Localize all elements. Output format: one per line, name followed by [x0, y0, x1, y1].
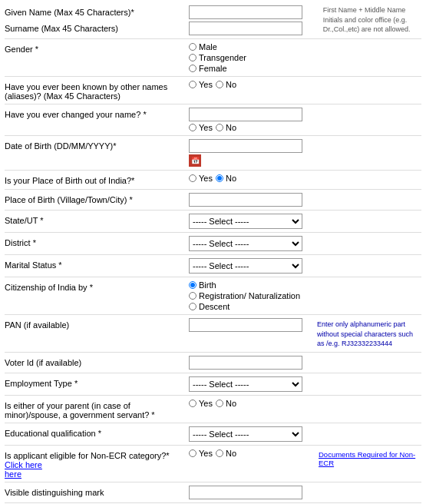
birth-out-yes-label: Yes — [199, 174, 213, 183]
state-row: State/UT * ----- Select ----- — [5, 211, 421, 231]
aliases-yes-row: Yes — [189, 80, 213, 89]
non-ecr-input-col: Yes No — [189, 449, 314, 458]
education-label: Educational qualification * — [5, 426, 189, 438]
gender-trans-label: Transgender — [199, 53, 246, 62]
docs-non-ecr-link[interactable]: Documents Required for Non-ECR — [319, 450, 415, 467]
birth-out-no-row: No — [216, 174, 236, 183]
voter-id-label: Voter Id (if available) — [5, 356, 189, 367]
marital-select[interactable]: ----- Select ----- — [189, 258, 302, 274]
birth-out-yes-radio[interactable] — [189, 174, 196, 182]
dob-input[interactable] — [189, 139, 302, 153]
parent-govt-no-row: No — [216, 399, 236, 408]
parent-govt-no-radio[interactable] — [216, 400, 223, 407]
surname-field-row: Surname (Max 45 Characters) — [5, 22, 320, 35]
aliases-row: Have you ever been known by other names … — [5, 78, 421, 103]
parent-govt-yes-label: Yes — [199, 399, 213, 408]
parent-govt-input-col: Yes No — [189, 399, 421, 408]
employment-select[interactable]: ----- Select ----- — [189, 376, 302, 392]
citizenship-birth-radio[interactable] — [189, 281, 196, 289]
name-changed-no-row: No — [216, 123, 236, 132]
citizenship-birth-label: Birth — [199, 280, 216, 290]
surname-label: Surname (Max 45 Characters) — [5, 24, 189, 33]
distinguish-input-col — [189, 486, 421, 499]
name-changed-label: Have you ever changed your name? * — [5, 108, 189, 119]
name-changed-yes-radio[interactable] — [189, 124, 196, 131]
aliases-yes-radio[interactable] — [189, 81, 196, 88]
name-changed-row: Have you ever changed your name? * Yes N… — [5, 105, 421, 134]
citizenship-row: Citizenship of India by * Birth Registra… — [5, 278, 421, 313]
citizenship-descent-row: Descent — [189, 302, 421, 311]
place-birth-input[interactable] — [189, 193, 302, 207]
employment-label: Employment Type * — [5, 376, 189, 388]
birth-out-no-radio[interactable] — [216, 174, 223, 182]
citizenship-descent-label: Descent — [199, 302, 230, 311]
form-container: Given Name (Max 45 Characters)* Surname … — [0, 0, 426, 504]
gender-female-label: Female — [199, 64, 227, 73]
pan-input-col — [189, 318, 314, 332]
voter-id-input-col — [189, 356, 314, 370]
pan-row: PAN (if available) Enter only alphanumer… — [5, 316, 421, 351]
gender-female-row: Female — [189, 64, 421, 73]
birth-out-no-label: No — [226, 174, 236, 183]
employment-row: Employment Type * ----- Select ----- — [5, 374, 421, 394]
aliases-no-radio[interactable] — [216, 81, 223, 88]
non-ecr-click-link[interactable]: Click here — [5, 460, 42, 469]
voter-id-row: Voter Id (if available) — [5, 353, 421, 372]
place-birth-out-input-col: Yes No — [189, 174, 421, 183]
pan-label: PAN (if available) — [5, 318, 189, 330]
non-ecr-row: Is applicant eligible for Non-ECR catego… — [5, 446, 421, 481]
gender-row: Gender * Male Transgender Female — [5, 40, 421, 75]
given-name-label: Given Name (Max 45 Characters)* — [5, 8, 189, 17]
non-ecr-no-radio[interactable] — [216, 449, 223, 457]
birth-out-yes-row: Yes — [189, 174, 213, 183]
citizenship-descent-radio[interactable] — [189, 303, 196, 310]
gender-female-radio[interactable] — [189, 65, 196, 72]
parent-govt-yes-radio[interactable] — [189, 400, 196, 407]
non-ecr-yes-radio[interactable] — [189, 449, 196, 457]
pan-note: Enter only alphanumeric part without spe… — [314, 318, 421, 349]
voter-id-input[interactable] — [189, 356, 302, 370]
surname-input[interactable] — [189, 22, 302, 35]
citizenship-birth-row: Birth — [189, 280, 421, 290]
given-name-input[interactable] — [189, 5, 302, 19]
given-name-row: Given Name (Max 45 Characters)* Surname … — [5, 3, 421, 38]
gender-male-radio[interactable] — [189, 43, 196, 51]
name-changed-no-label: No — [226, 123, 236, 132]
gender-input-col: Male Transgender Female — [189, 42, 421, 73]
education-row: Educational qualification * ----- Select… — [5, 424, 421, 444]
place-birth-out-label: Is your Place of Birth out of India?* — [5, 174, 189, 185]
name-changed-no-radio[interactable] — [216, 124, 223, 131]
calendar-icon[interactable]: 📅 — [189, 154, 201, 167]
citizenship-reg-label: Registration/ Naturalization — [199, 291, 300, 300]
state-select[interactable]: ----- Select ----- — [189, 214, 302, 229]
district-input-col: ----- Select ----- — [189, 236, 421, 251]
employment-input-col: ----- Select ----- — [189, 376, 421, 392]
gender-trans-radio[interactable] — [189, 54, 196, 61]
name-changed-input-col: Yes No — [189, 108, 421, 132]
non-ecr-no-row: No — [216, 449, 236, 458]
distinguish-row: Visible distinguishing mark — [5, 483, 421, 502]
citizenship-reg-row: Registration/ Naturalization — [189, 291, 421, 300]
gender-male-row: Male — [189, 42, 421, 51]
place-birth-label: Place of Birth (Village/Town/City) * — [5, 193, 189, 204]
non-ecr-label-text: Is applicant eligible for Non-ECR catego… — [5, 451, 170, 460]
given-name-field-row: Given Name (Max 45 Characters)* — [5, 5, 320, 19]
non-ecr-label: Is applicant eligible for Non-ECR catego… — [5, 449, 189, 479]
citizenship-label: Citizenship of India by * — [5, 280, 189, 292]
distinguish-input[interactable] — [189, 486, 302, 499]
non-ecr-yes-label: Yes — [199, 449, 213, 458]
aliases-input-col: Yes No — [189, 80, 421, 89]
distinguish-label: Visible distinguishing mark — [5, 486, 189, 497]
pan-input[interactable] — [189, 318, 302, 332]
gender-trans-row: Transgender — [189, 53, 421, 62]
non-ecr-here-link[interactable]: here — [5, 469, 21, 479]
parent-govt-row: Is either of your parent (in case of min… — [5, 396, 421, 422]
parent-govt-label: Is either of your parent (in case of min… — [5, 399, 189, 419]
name-changed-text-input[interactable] — [189, 108, 302, 121]
place-birth-out-row: Is your Place of Birth out of India?* Ye… — [5, 171, 421, 188]
citizenship-reg-radio[interactable] — [189, 292, 196, 300]
education-select[interactable]: ----- Select ----- — [189, 426, 302, 442]
aliases-no-label: No — [226, 80, 236, 89]
firstname-note: First Name + Middle Name Initials and co… — [320, 5, 421, 35]
district-select[interactable]: ----- Select ----- — [189, 236, 302, 251]
